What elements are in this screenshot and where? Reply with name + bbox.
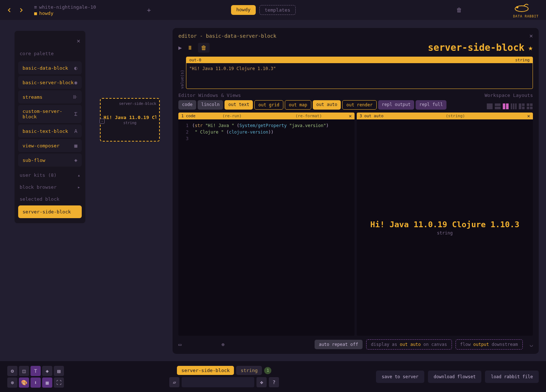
move-icon[interactable]: ✥ <box>256 377 267 387</box>
layout-mixed-icon[interactable] <box>518 103 525 110</box>
svg-rect-13 <box>527 103 529 106</box>
palette: ✕ core palette basic-data-block◐ basic-s… <box>15 31 85 223</box>
canvas[interactable]: ✕ core palette basic-data-block◐ basic-s… <box>0 20 546 361</box>
tab-code[interactable]: code <box>178 100 196 110</box>
palette-item-view-composer[interactable]: view-composer▦ <box>18 139 82 152</box>
chevron-up-icon: ▴ <box>77 172 80 178</box>
cljs-icon: ◐ <box>74 65 77 71</box>
editor-close-icon[interactable]: ✕ <box>529 32 533 39</box>
command-input[interactable] <box>182 377 254 387</box>
values-label: value(s) <box>178 57 186 89</box>
tab-out-text[interactable]: out text <box>225 100 253 110</box>
palette-item-basic-server-block[interactable]: basic-server-block◉ <box>18 76 82 89</box>
layouts-label: Workspace Layouts <box>485 93 533 98</box>
rerun-button[interactable]: (re-run) <box>222 114 242 118</box>
output-value: Hi! Java 11.0.19 Clojure 1.10.3 <box>370 220 519 229</box>
svg-rect-3 <box>495 103 501 106</box>
palette-item-basic-text-block[interactable]: basic-text-blockA <box>18 124 82 138</box>
editor-block-title: server-side-block ★ <box>428 42 533 53</box>
help-icon[interactable]: ? <box>269 377 279 387</box>
svg-rect-9 <box>515 103 517 109</box>
status-block-name[interactable]: server-side-block <box>177 366 234 375</box>
palette-title: core palette <box>15 47 85 60</box>
load-rabbit-file-button[interactable]: load rabbit file <box>485 371 539 383</box>
pause-icon[interactable]: ⏸ <box>187 44 193 51</box>
block-type: string <box>104 121 156 125</box>
nav-forward-icon[interactable] <box>19 8 23 12</box>
flow-output-toggle[interactable]: flow output downstream <box>456 339 523 350</box>
play-icon[interactable]: ▶ <box>178 44 182 51</box>
nav-back-icon[interactable] <box>7 8 12 12</box>
layout-stack-icon[interactable] <box>494 103 501 110</box>
reformat-button[interactable]: (re-format) <box>295 114 322 118</box>
settings-icon[interactable]: ⚙ <box>7 366 17 376</box>
layers-icon: ◈ <box>74 157 77 163</box>
camera-icon[interactable]: ◫ <box>19 366 29 376</box>
svg-rect-14 <box>530 103 533 106</box>
values-type-label: string <box>515 58 530 62</box>
breadcrumb-flow[interactable]: ■ howdy <box>34 11 96 16</box>
palette-item-sub-flow[interactable]: sub-flow◈ <box>18 154 82 167</box>
chat-icon[interactable]: ▤ <box>54 366 64 376</box>
tab-out-grid[interactable]: out grid <box>254 100 283 110</box>
output-pane: 3 out auto (string) ✕ Hi! Java 11.0.19 C… <box>357 113 533 336</box>
layers-tool-icon[interactable]: ◈ <box>42 366 52 376</box>
block-input-connector[interactable]: › <box>100 119 105 124</box>
folder-icon[interactable]: ▭ <box>178 342 181 347</box>
svg-rect-5 <box>503 103 505 109</box>
palette-item-streams[interactable]: streams⊪ <box>18 90 82 103</box>
palette-tool-icon[interactable]: 🎨 <box>19 377 29 388</box>
tab-lincoln[interactable]: lincoln <box>198 100 223 110</box>
display-as-toggle[interactable]: display as out auto on canvas <box>366 339 452 350</box>
clear-icon[interactable]: 🗑 <box>198 43 210 53</box>
code-editor[interactable]: 1(str "Hi! Java " (System/getProperty "j… <box>178 119 355 336</box>
layout-tool-icon[interactable]: ▦ <box>42 377 52 388</box>
tab-out-map[interactable]: out map <box>285 100 311 110</box>
palette-close-icon[interactable]: ✕ <box>77 37 80 44</box>
database-icon: ≡ <box>34 4 37 10</box>
tag-icon[interactable]: ▱ <box>169 377 179 387</box>
svg-rect-12 <box>522 107 525 109</box>
layout-grid-icon[interactable] <box>526 103 533 110</box>
palette-section-block-browser[interactable]: block browser▸ <box>15 180 85 192</box>
add-button[interactable]: + <box>147 6 151 14</box>
palette-icon[interactable]: ⊕ <box>221 342 224 347</box>
palette-section-user-kits[interactable]: user kits (8)▴ <box>15 168 85 180</box>
tab-out-render[interactable]: out render <box>342 100 376 110</box>
save-to-server-button[interactable]: save to server <box>376 371 424 383</box>
tab-templates[interactable]: templates <box>259 5 296 15</box>
selected-block-title: selected block <box>15 192 85 204</box>
values-text: "Hi! Java 11.0.19 Clojure 1.10.3" <box>186 63 533 89</box>
svg-rect-2 <box>487 103 493 109</box>
text-tool-icon[interactable]: T <box>31 366 41 376</box>
text-icon: A <box>74 128 77 134</box>
expand-icon[interactable]: ⛶ <box>54 377 64 388</box>
auto-repeat-toggle[interactable]: auto repeat off <box>315 340 363 349</box>
svg-rect-15 <box>527 107 529 109</box>
tab-repl-full[interactable]: repl full <box>416 100 446 110</box>
tab-howdy[interactable]: howdy <box>231 5 255 15</box>
spinner-icon: ◡ <box>530 342 533 347</box>
svg-point-1 <box>516 6 518 8</box>
selected-block-value[interactable]: server-side-block <box>18 205 82 218</box>
block-content: Hi! Java 11.0.19 Cloju <box>104 115 156 120</box>
status-block-type[interactable]: string <box>236 366 262 375</box>
status-count-badge: 1 <box>264 367 271 374</box>
download-flowset-button[interactable]: download flowset <box>428 371 482 383</box>
breadcrumb-project[interactable]: ≡ white-nightingale-10 <box>34 4 96 10</box>
pane-close-icon[interactable]: ✕ <box>349 113 352 119</box>
trash-icon[interactable]: 🗑 <box>456 7 462 13</box>
grid-icon: ▦ <box>74 143 77 148</box>
layout-three-icon[interactable] <box>510 103 517 110</box>
layout-single-icon[interactable] <box>486 103 493 110</box>
palette-item-custom-server-block[interactable]: custom-server-blockΣ <box>18 105 82 123</box>
layout-split-icon[interactable] <box>502 103 509 110</box>
cancel-icon[interactable]: ⊗ <box>7 377 17 388</box>
palette-item-basic-data-block[interactable]: basic-data-block◐ <box>18 61 82 74</box>
pane-close-icon[interactable]: ✕ <box>527 113 530 119</box>
star-icon[interactable]: ★ <box>528 43 533 52</box>
tab-repl-output[interactable]: repl output <box>378 100 414 110</box>
download-icon[interactable]: ⬇ <box>31 377 41 388</box>
canvas-block-server-side[interactable]: server-side-block Hi! Java 11.0.19 Cloju… <box>100 98 160 142</box>
tab-out-auto[interactable]: out auto <box>313 100 341 110</box>
